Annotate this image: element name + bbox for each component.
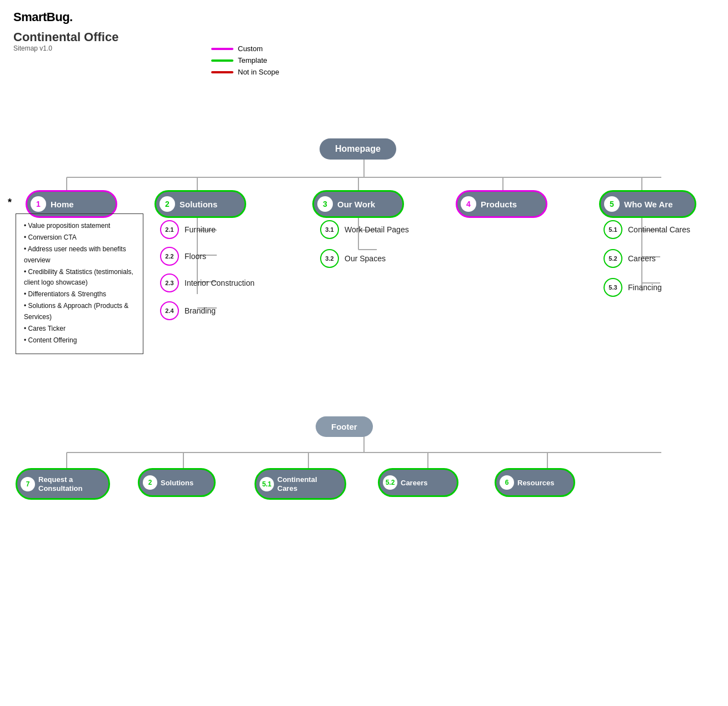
sub-label-2-1: Furniture: [185, 225, 216, 234]
nav-who-we-are[interactable]: 5 Who We Are: [599, 190, 696, 218]
sub-badge-3-1: 3.1: [320, 220, 339, 239]
sub-item-5-3: 5.3 Financing: [604, 278, 690, 297]
home-detail-1: • Conversion CTA: [24, 232, 135, 243]
footer-solutions[interactable]: 2 Solutions: [138, 468, 216, 497]
sub-label-2-2: Floors: [185, 252, 206, 261]
nav-our-work-label: Our Work: [337, 200, 375, 209]
sub-item-2-3: 2.3 Interior Construction: [160, 274, 255, 292]
sub-badge-2-4: 2.4: [160, 301, 179, 320]
home-detail-4: • Differentiators & Strengths: [24, 289, 135, 300]
footer-request-consultation[interactable]: 7 Request a Consultation: [16, 468, 110, 500]
sub-item-5-1: 5.1 Continental Cares: [604, 220, 690, 239]
sub-item-2-4: 2.4 Branding: [160, 301, 255, 320]
nav-home-badge: 1: [31, 196, 46, 212]
project-subtitle: Sitemap v1.0: [13, 44, 715, 52]
footer-resources-label: Resources: [517, 479, 554, 487]
sub-label-2-4: Branding: [185, 306, 216, 315]
home-detail-2: • Address user needs with benefits overv…: [24, 244, 135, 265]
home-detail-7: • Content Offering: [24, 335, 135, 346]
sub-label-2-3: Interior Construction: [185, 279, 255, 287]
footer-resources-badge: 6: [500, 475, 514, 490]
sub-badge-5-3: 5.3: [604, 278, 622, 297]
project-title: Continental Office: [13, 30, 715, 44]
sub-badge-2-2: 2.2: [160, 247, 179, 266]
sub-label-5-2: Careers: [628, 254, 656, 263]
footer-continental-cares-label: Continental Cares: [277, 475, 337, 493]
sub-item-5-2: 5.2 Careers: [604, 249, 690, 268]
asterisk: *: [8, 197, 12, 208]
sub-badge-2-1: 2.1: [160, 220, 179, 239]
nav-who-we-are-badge: 5: [604, 196, 620, 212]
logo: SmartBug.: [0, 0, 728, 28]
home-detail-0: • Value proposition statement: [24, 221, 135, 231]
sub-badge-5-2: 5.2: [604, 249, 622, 268]
legend-custom: Custom: [211, 44, 279, 53]
sub-item-2-2: 2.2 Floors: [160, 247, 255, 266]
nav-solutions[interactable]: 2 Solutions: [154, 190, 246, 218]
home-detail-3: • Credibility & Statistics (testimonials…: [24, 267, 135, 288]
sub-badge-2-3: 2.3: [160, 274, 179, 292]
nav-our-work-badge: 3: [317, 196, 333, 212]
footer-resources[interactable]: 6 Resources: [495, 468, 575, 497]
nav-solutions-label: Solutions: [179, 200, 217, 209]
sub-label-3-2: Our Spaces: [345, 254, 386, 263]
footer-consultation-label: Request a Consultation: [38, 475, 101, 493]
nav-home-label: Home: [51, 200, 74, 209]
footer-solutions-badge: 2: [143, 475, 157, 490]
sub-item-3-1: 3.1 Work Detail Pages: [320, 220, 409, 239]
footer-node: Footer: [316, 416, 373, 437]
sub-item-3-2: 3.2 Our Spaces: [320, 249, 409, 268]
footer-continental-cares[interactable]: 5.1 Continental Cares: [255, 468, 346, 500]
sub-label-5-1: Continental Cares: [628, 225, 690, 234]
home-detail-5: • Solutions & Approach (Products & Servi…: [24, 301, 135, 322]
sub-badge-3-2: 3.2: [320, 249, 339, 268]
footer-consultation-badge: 7: [21, 477, 35, 491]
nav-solutions-badge: 2: [159, 196, 175, 212]
footer-careers[interactable]: 5.2 Careers: [378, 468, 458, 497]
nav-products[interactable]: 4 Products: [456, 190, 547, 218]
home-detail-6: • Cares Ticker: [24, 324, 135, 334]
nav-products-badge: 4: [461, 196, 476, 212]
home-detail-box: • Value proposition statement • Conversi…: [16, 213, 143, 354]
nav-products-label: Products: [481, 200, 517, 209]
footer-careers-badge: 5.2: [383, 475, 397, 490]
sub-item-2-1: 2.1 Furniture: [160, 220, 255, 239]
solutions-sub-items: 2.1 Furniture 2.2 Floors 2.3 Interior Co…: [160, 220, 255, 320]
homepage-node: Homepage: [320, 138, 396, 160]
who-we-are-sub-items: 5.1 Continental Cares 5.2 Careers 5.3 Fi…: [604, 220, 690, 297]
footer-careers-label: Careers: [401, 479, 427, 487]
sub-badge-5-1: 5.1: [604, 220, 622, 239]
legend-line-custom: [211, 48, 233, 50]
nav-our-work[interactable]: 3 Our Work: [312, 190, 404, 218]
footer-continental-cares-badge: 5.1: [260, 477, 274, 491]
nav-who-we-are-label: Who We Are: [624, 200, 673, 209]
footer-solutions-label: Solutions: [161, 479, 193, 487]
our-work-sub-items: 3.1 Work Detail Pages 3.2 Our Spaces: [320, 220, 409, 268]
sub-label-5-3: Financing: [628, 283, 662, 292]
sub-label-3-1: Work Detail Pages: [345, 225, 409, 234]
